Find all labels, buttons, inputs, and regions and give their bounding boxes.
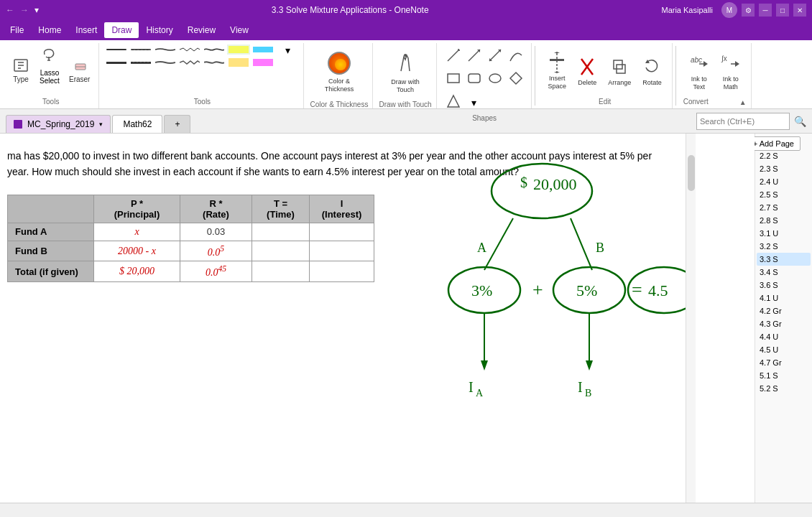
shape-rect-rounded[interactable] xyxy=(465,69,484,90)
search-input[interactable] xyxy=(696,113,790,130)
section-4-4[interactable]: 4.4 U xyxy=(757,330,811,343)
section-5-1[interactable]: 5.1 S xyxy=(757,369,811,382)
add-tab[interactable]: + xyxy=(164,115,190,133)
ink-to-text-button[interactable]: abc Ink toText xyxy=(685,46,714,96)
section-4-7[interactable]: 4.7 Gr xyxy=(757,356,811,369)
section-3-6[interactable]: 3.6 S xyxy=(757,279,811,292)
shape-arrow[interactable] xyxy=(465,46,484,67)
table-header-principal: P *(Principal) xyxy=(94,195,180,223)
delete-icon xyxy=(578,56,596,78)
section-2-5[interactable]: 2.5 S xyxy=(757,188,811,201)
menu-file[interactable]: File xyxy=(3,22,31,38)
ribbon-group-tools: Type LassoSelect Eraser xyxy=(3,43,99,108)
svg-text:I: I xyxy=(578,379,583,395)
ink-to-math-icon: ∫x xyxy=(721,51,741,74)
pen-6[interactable] xyxy=(227,45,250,55)
shape-line[interactable] xyxy=(444,46,463,67)
pen-5[interactable] xyxy=(203,45,226,55)
pen-r2-4-icon xyxy=(180,60,200,65)
rotate-icon xyxy=(643,56,660,78)
section-3-2[interactable]: 3.2 S xyxy=(757,240,811,253)
content-scrollbar[interactable] xyxy=(686,134,696,503)
shape-more[interactable]: ▾ xyxy=(469,95,479,111)
section-3-3[interactable]: 3.3 S xyxy=(757,253,811,266)
menu-history[interactable]: History xyxy=(139,22,180,38)
pen-r2-5[interactable] xyxy=(203,57,226,67)
pen-more-btn[interactable]: ▾ xyxy=(276,45,299,56)
section-2-7[interactable]: 2.7 S xyxy=(757,201,811,214)
shape-rect[interactable] xyxy=(444,69,463,90)
section-4-2[interactable]: 4.2 Gr xyxy=(757,304,811,317)
scrollbar-thumb[interactable] xyxy=(688,155,695,191)
minimize-button[interactable]: ─ xyxy=(759,4,772,17)
color-thickness-button[interactable]: Color &Thickness xyxy=(320,47,359,98)
menu-draw[interactable]: Draw xyxy=(104,22,139,38)
close-button[interactable]: ✕ xyxy=(793,4,806,17)
search-icon[interactable]: 🔍 xyxy=(794,116,806,127)
ribbon-divider-2 xyxy=(675,46,676,106)
maximize-button[interactable]: □ xyxy=(776,4,789,17)
fund-a-principal: x xyxy=(94,223,180,241)
delete-button[interactable]: Delete xyxy=(573,46,601,96)
edit-group-label: Edit xyxy=(599,98,611,107)
menu-insert[interactable]: Insert xyxy=(68,22,104,38)
pen-4[interactable] xyxy=(178,45,201,55)
eraser-button[interactable]: Eraser xyxy=(65,45,94,95)
rotate-button[interactable]: Rotate xyxy=(638,46,666,96)
pen-2[interactable] xyxy=(129,45,152,55)
table-header-interest: I(Interest) xyxy=(310,195,374,223)
pen-r2-6[interactable] xyxy=(227,57,250,67)
section-2-8[interactable]: 2.8 S xyxy=(757,214,811,227)
pen-r2-3[interactable] xyxy=(154,57,177,67)
fund-b-rate: 0.05 xyxy=(180,241,252,261)
tabs-bar: MC_Spring_2019 ▾ Math62 + 🔍 xyxy=(0,109,812,134)
section-3-4[interactable]: 3.4 S xyxy=(757,266,811,279)
shape-arrow2[interactable] xyxy=(486,46,504,67)
pens-group-label: Tools xyxy=(194,98,211,107)
back-icon[interactable]: ← xyxy=(6,5,14,15)
forward-icon[interactable]: → xyxy=(20,5,29,15)
draw-touch-button[interactable]: Draw withTouch xyxy=(387,47,424,98)
settings-button[interactable]: ⚙ xyxy=(742,4,755,17)
section-4-3[interactable]: 4.3 Gr xyxy=(757,317,811,330)
section-3-1[interactable]: 3.1 U xyxy=(757,227,811,240)
svg-text:B: B xyxy=(585,388,591,399)
menu-home[interactable]: Home xyxy=(31,22,68,38)
circle-shape-icon xyxy=(488,71,502,85)
fund-b-time xyxy=(252,241,310,261)
section-4-5[interactable]: 4.5 U xyxy=(757,343,811,356)
pen-r2-7[interactable] xyxy=(252,57,274,67)
ink-to-math-button[interactable]: ∫x Ink toMath xyxy=(716,46,745,96)
account-icon[interactable]: M xyxy=(721,2,737,18)
svg-line-9 xyxy=(448,50,459,61)
pen-r2-1[interactable] xyxy=(105,57,128,67)
pen-r2-2[interactable] xyxy=(129,57,152,67)
color-group-label: Color & Thickness xyxy=(310,101,368,110)
shape-diamond[interactable] xyxy=(507,69,525,90)
shape-curved[interactable] xyxy=(507,46,525,67)
svg-point-19 xyxy=(489,74,501,83)
pen-1[interactable] xyxy=(105,45,128,55)
shape-triangle[interactable] xyxy=(444,92,463,113)
active-tab[interactable]: Math62 xyxy=(112,115,162,133)
menu-review[interactable]: Review xyxy=(180,22,223,38)
insert-space-button[interactable]: InsertSpace xyxy=(544,46,571,96)
arrange-button[interactable]: Arrange xyxy=(604,46,635,96)
section-5-2[interactable]: 5.2 S xyxy=(757,382,811,395)
menu-view[interactable]: View xyxy=(223,22,256,38)
section-2-2[interactable]: 2.2 S xyxy=(757,149,811,162)
notebook-tab[interactable]: MC_Spring_2019 ▾ xyxy=(6,115,111,133)
notebook-dropdown-icon[interactable]: ▾ xyxy=(99,121,103,128)
section-4-1[interactable]: 4.1 U xyxy=(757,292,811,304)
ribbon-collapse-btn[interactable]: ▲ xyxy=(739,98,747,106)
pen-3[interactable] xyxy=(154,45,177,55)
pen-7[interactable] xyxy=(252,45,274,55)
lasso-button[interactable] xyxy=(36,45,63,67)
svg-text:abc: abc xyxy=(691,56,702,64)
type-button[interactable]: Type xyxy=(7,45,34,95)
section-2-4[interactable]: 2.4 U xyxy=(757,175,811,188)
section-2-3[interactable]: 2.3 S xyxy=(757,162,811,175)
pen-r2-4[interactable] xyxy=(178,57,201,67)
fund-b-label: Fund B xyxy=(8,241,94,261)
shape-circle[interactable] xyxy=(486,69,504,90)
